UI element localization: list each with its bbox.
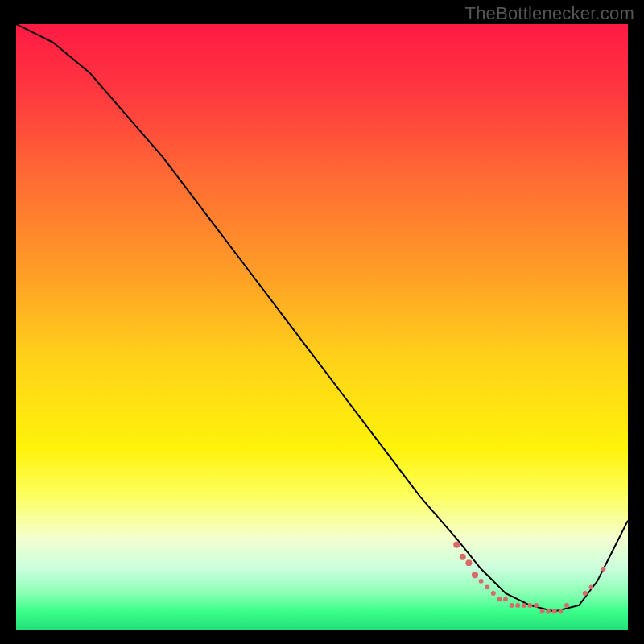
plot-area [16, 24, 628, 630]
marker-dot [527, 603, 532, 608]
marker-dot [510, 603, 514, 608]
chart-frame: TheBottlenecker.com [0, 0, 644, 644]
chart-svg [16, 24, 628, 630]
bottleneck-curve [16, 24, 628, 611]
marker-dot [503, 597, 508, 601]
marker-dot [546, 609, 551, 614]
marker-dot [479, 579, 484, 584]
marker-dot [588, 584, 593, 589]
marker-dot [583, 591, 588, 596]
marker-dot [534, 603, 539, 608]
attribution-label: TheBottlenecker.com [465, 3, 634, 24]
marker-dot [515, 603, 520, 608]
marker-dot [601, 567, 606, 572]
marker-dot [460, 554, 466, 560]
marker-dot [491, 591, 496, 596]
marker-dot [485, 584, 489, 589]
marker-dot [552, 609, 557, 614]
marker-dot [453, 542, 460, 548]
marker-dot [465, 559, 472, 566]
marker-dot [497, 597, 502, 601]
marker-dot [540, 609, 545, 614]
marker-dot [558, 609, 563, 614]
marker-dot [472, 572, 478, 578]
marker-dot [522, 603, 526, 608]
marker-dot [564, 603, 569, 608]
marker-group [453, 542, 605, 614]
